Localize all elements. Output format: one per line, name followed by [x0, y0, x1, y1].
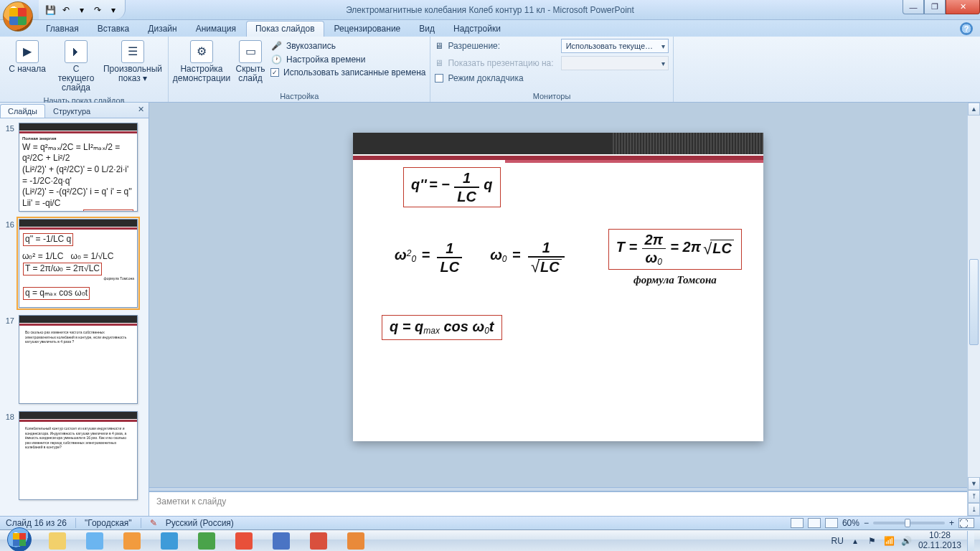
slide-thumbnail[interactable]: Во сколько раз изменится частота собстве… [19, 315, 138, 404]
taskbar-app[interactable] [226, 531, 262, 551]
taskbar-app[interactable] [151, 531, 187, 551]
flag-icon[interactable]: ⚑ [867, 535, 878, 547]
current-slide[interactable]: q'' = − 1LC q ω20 = 1LC [353, 133, 763, 441]
button-label: Произвольный показ ▾ [103, 65, 162, 83]
thumb-text: (Li²/2)' = -(q²/2C)' i = q' i' = q'' [22, 187, 134, 198]
tab-view[interactable]: Вид [410, 22, 443, 37]
close-button[interactable]: ✕ [946, 0, 980, 14]
tab-animation[interactable]: Анимация [187, 22, 245, 37]
scroll-thumb[interactable] [969, 259, 979, 345]
zoom-out-icon[interactable]: − [864, 518, 869, 528]
redo-icon[interactable]: ↷ [92, 4, 103, 16]
title-bar: 💾 ↶ ▾ ↷ ▾ Электромагнитные колебания Кол… [0, 0, 980, 20]
maximize-button[interactable]: ❐ [924, 0, 946, 14]
taskbar-app[interactable] [77, 531, 113, 551]
zoom-label[interactable]: 60% [842, 518, 859, 528]
help-icon[interactable]: ? [960, 22, 973, 35]
custom-show-button[interactable]: ☰ Произвольный показ ▾ [102, 39, 164, 85]
workspace: Слайды Структура ✕ 15 Полная энергия W =… [0, 103, 980, 516]
scroll-track[interactable] [968, 116, 980, 477]
group-label: Настройка [173, 90, 425, 100]
tab-slideshow[interactable]: Показ слайдов [246, 21, 324, 37]
rehearse-timings-button[interactable]: 🕐 Настройка времени [270, 54, 425, 65]
setup-show-button[interactable]: ⚙ Настройка демонстрации [173, 39, 230, 85]
taskbar-app[interactable] [39, 531, 75, 551]
tab-slides[interactable]: Слайды [0, 104, 45, 118]
record-narration-button[interactable]: 🎤 Звукозапись [270, 40, 425, 52]
tray-chevron-icon[interactable]: ▴ [849, 535, 861, 547]
zoom-knob[interactable] [905, 519, 910, 527]
scroll-up-icon[interactable]: ▲ [968, 103, 980, 116]
from-beginning-button[interactable]: ▶ С начала [4, 39, 50, 75]
tab-insert[interactable]: Вставка [89, 22, 138, 37]
thumbnail-row[interactable]: 15 Полная энергия W = q²ₘₐₓ/2C = LI²ₘₐₓ/… [1, 123, 144, 212]
slide-thumbnail[interactable]: Полная энергия W = q²ₘₐₓ/2C = LI²ₘₐₓ/2 =… [19, 123, 138, 212]
thumbnail-row[interactable]: 16 q'' = -1/LC q ω₀² = 1/LC ω₀ = 1/√LC T… [1, 219, 144, 308]
lang-indicator[interactable]: RU [831, 536, 844, 546]
from-current-button[interactable]: ⏵ С текущего слайда [53, 39, 99, 95]
tab-home[interactable]: Главная [37, 22, 88, 37]
network-icon[interactable]: 📶 [884, 535, 895, 547]
windows-icon [7, 527, 32, 552]
clock[interactable]: 10:28 02.11.2013 [918, 531, 961, 550]
save-icon[interactable]: 💾 [44, 4, 56, 16]
notes-pane[interactable]: Заметки к слайду [149, 491, 967, 516]
zoom-in-icon[interactable]: + [949, 518, 954, 528]
formula-box: q = qmax cos ω0t [382, 315, 502, 339]
ribbon-group-setup: ⚙ Настройка демонстрации ▭ Скрыть слайд … [169, 37, 430, 102]
button-label: Настройка времени [286, 55, 365, 65]
zoom-slider[interactable] [873, 522, 945, 524]
tab-addins[interactable]: Надстройки [445, 22, 509, 37]
thumb-text: q = qₘₐₓ cos ω₀t [23, 287, 90, 300]
next-slide-icon[interactable]: ⤓ [968, 503, 980, 516]
slide-thumbnail[interactable]: q'' = -1/LC q ω₀² = 1/LC ω₀ = 1/√LC T = … [19, 219, 138, 308]
hide-slide-button[interactable]: ▭ Скрыть слайд [233, 39, 268, 85]
slide-canvas[interactable]: q'' = − 1LC q ω20 = 1LC [149, 103, 967, 487]
thumbnail-row[interactable]: 18 Колебательный контур состоит из катуш… [1, 411, 144, 500]
formula: ω20 = 1LC [395, 241, 464, 274]
undo-icon[interactable]: ↶ [60, 4, 72, 16]
fit-window-button[interactable]: ⛶ [958, 518, 974, 528]
tab-review[interactable]: Рецензирование [326, 22, 410, 37]
scroll-down-icon[interactable]: ▼ [968, 477, 980, 490]
minimize-button[interactable]: — [903, 0, 924, 14]
spellcheck-icon[interactable]: ✎ [150, 518, 157, 528]
quick-access-toolbar: 💾 ↶ ▾ ↷ ▾ [39, 0, 126, 19]
slide-number: 17 [1, 315, 14, 404]
button-label: С текущего слайда [55, 65, 98, 93]
thumbnail-row[interactable]: 17 Во сколько раз изменится частота собс… [1, 315, 144, 404]
tab-outline[interactable]: Структура [45, 104, 98, 118]
office-button[interactable] [3, 1, 33, 32]
close-panel-icon[interactable]: ✕ [138, 105, 144, 114]
taskbar-app[interactable] [338, 531, 374, 551]
mic-icon: 🎤 [270, 40, 282, 52]
prev-slide-icon[interactable]: ⤒ [968, 490, 980, 503]
taskbar-app[interactable] [263, 531, 299, 551]
window-controls: — ❐ ✕ [903, 0, 980, 14]
show-desktop-button[interactable] [967, 531, 974, 551]
thumb-text: ω₀² = 1/LC [22, 251, 63, 261]
language-label[interactable]: Русский (Россия) [166, 518, 234, 528]
thumb-text: W = q²ₘₐₓ/2C = LI²ₘₐₓ/2 = q²/2C + Li²/2 [22, 142, 134, 164]
sorter-view-button[interactable] [808, 518, 821, 528]
app-icon [235, 532, 253, 550]
taskbar-app[interactable] [189, 531, 225, 551]
start-button[interactable] [0, 530, 39, 552]
chevron-down-icon[interactable]: ▾ [76, 4, 88, 16]
custom-show-icon: ☰ [121, 40, 144, 63]
vertical-scrollbar[interactable]: ▲ ▼ ⤒ ⤓ [967, 103, 980, 516]
slide-thumbnail[interactable]: Колебательный контур состоит из катушки … [19, 411, 138, 500]
taskbar-app[interactable] [301, 531, 336, 551]
button-label: Настройка демонстрации [173, 65, 230, 83]
volume-icon[interactable]: 🔊 [901, 535, 913, 547]
use-timings-checkbox[interactable]: ✓ Использовать записанные времена [270, 67, 425, 77]
chevron-down-icon[interactable]: ▾ [108, 4, 119, 16]
slideshow-view-button[interactable] [825, 518, 838, 528]
resolution-combo[interactable]: Использовать текуще… [561, 39, 669, 53]
app-icon [273, 532, 290, 550]
taskbar-app[interactable] [114, 531, 150, 551]
thumbnail-list[interactable]: 15 Полная энергия W = q²ₘₐₓ/2C = LI²ₘₐₓ/… [0, 118, 149, 516]
normal-view-button[interactable] [791, 518, 804, 528]
checkbox-icon[interactable] [435, 74, 443, 83]
tab-design[interactable]: Дизайн [139, 22, 185, 37]
